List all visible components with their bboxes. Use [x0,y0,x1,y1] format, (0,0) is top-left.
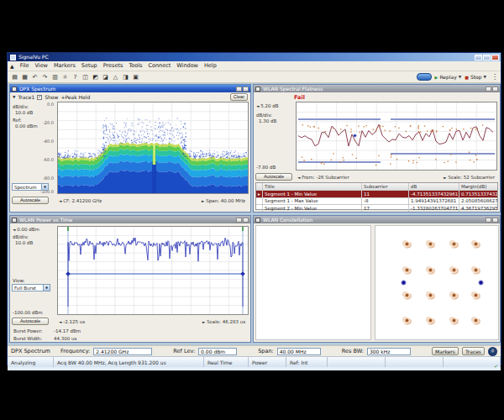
clear-button[interactable]: Clear [230,93,248,101]
constellation-symbol-point [451,318,457,323]
replay-button[interactable]: ▶ Replay ▼ [435,74,462,80]
menu-item-view[interactable]: View [35,63,48,69]
amplitude-icon[interactable]: △ [111,72,120,81]
window-titlebar[interactable]: SignalVu PC [8,53,501,61]
dpx-close-button[interactable] [243,87,249,92]
app-icon [10,55,16,60]
menu-item-connect[interactable]: Connect [148,63,171,69]
menu-item-presets[interactable]: Presets [103,63,123,69]
constellation-restore-button[interactable] [486,218,491,223]
dpx-autoscale-button[interactable]: Autoscale [12,197,49,204]
flatness-panel-title: WLAN Spectral Flatness [263,87,486,92]
trace-select[interactable]: Trace1 [18,94,34,100]
menu-item-file[interactable]: File [20,63,29,69]
pvt-restore-button[interactable] [236,218,242,223]
menu-item-setup[interactable]: Setup [81,63,97,69]
open-icon[interactable]: ▤ [10,72,19,81]
flatness-scale-readout[interactable]: ► Scale: 52 Subcarrier [444,175,495,180]
display-icon[interactable]: ▣ [131,72,140,81]
pvt-offset-value: -2.125 us [63,319,85,324]
save-icon[interactable]: ▦ [20,72,29,81]
stop-icon: ■ [465,75,469,80]
flatness-plot[interactable] [296,102,497,171]
span-field[interactable]: 40.00 MHz [277,348,321,355]
table-cell: -4.71351337432961 [409,191,459,197]
markers-button[interactable]: Markers [432,347,459,355]
res-bw-field[interactable]: 300 kHz [367,348,411,355]
acquire-icon[interactable]: ◩ [91,72,100,81]
pvt-close-button[interactable] [243,218,249,223]
settings-gear-icon[interactable]: ☼ [60,72,70,81]
replay-label: Replay [439,74,456,80]
flatness-col-header[interactable]: Margin(dB) [459,183,497,190]
flatness-col-header[interactable]: Subcarrier [362,183,409,190]
connection-toggle[interactable] [417,73,432,81]
dpx-panel-titlebar[interactable]: DPX Spectrum [10,85,250,92]
ref-lev-field[interactable]: 0.00 dBm [198,348,237,355]
flatness-col-header[interactable] [256,183,263,190]
window-resize-strip: ✓ [8,367,501,370]
table-row[interactable]: ▸Segment 1 - Min Value11-4.7135133743296… [256,190,497,197]
trace-select-arrow-icon[interactable]: ▼ [13,95,15,99]
stop-button[interactable]: ■ Stop ▼ [465,74,486,80]
help-icon[interactable]: ? [71,72,80,81]
toolbar: ▤▦↶↷▥☼?◫◩◪△◨▣ ▶ Replay ▼ ■ Stop ▼ ⋮ [8,71,501,83]
table-row[interactable]: Segment 1 - Max Value-81.949143913726812… [256,197,497,205]
app-menu-icon[interactable]: ▲ [10,64,14,69]
stop-label: Stop [470,74,482,80]
close-button[interactable] [491,55,499,60]
maximize-button[interactable] [483,55,491,60]
settings-gear-button[interactable]: ☼ [488,347,497,356]
frequency-field[interactable]: 2.41200 GHz [93,348,152,355]
table-cell: -19 [362,213,409,213]
peak-hold-select[interactable]: +Peak Hold [60,94,90,100]
constellation-symbol-point [428,267,433,273]
flatness-autoscale-button[interactable]: Autoscale [255,173,292,181]
flatness-panel-titlebar[interactable]: WLAN Spectral Flatness [254,85,500,92]
table-row[interactable]: Segment 2 - Max Value-191.50983550343439… [256,212,497,213]
print-icon[interactable]: ▥ [50,72,60,81]
constellation-close-button[interactable] [492,218,498,223]
analysis-icon[interactable]: ◪ [101,72,110,81]
res-bw-label: Res BW: [342,348,364,354]
trigger-icon[interactable]: ◫ [81,72,90,81]
toolbar-overflow-icon[interactable]: ⋮ [491,73,498,81]
flatness-restore-button[interactable] [486,87,491,92]
pvt-panel-titlebar[interactable]: WLAN Power vs Time [10,216,250,223]
flatness-close-button[interactable] [492,87,498,92]
pvt-autoscale-button[interactable]: Autoscale [12,318,49,325]
dpx-cf-readout[interactable]: ◄ CF: 2.41200 GHz [59,198,102,203]
dpx-span-readout[interactable]: ► Span: 40.00 MHz [202,198,245,203]
stop-dropdown-icon[interactable]: ▼ [484,75,486,79]
menu-item-tools[interactable]: Tools [129,63,142,69]
show-checkbox[interactable]: ✓ [37,95,42,100]
dpx-restore-button[interactable] [236,87,242,92]
flatness-col-header[interactable]: dB [409,183,459,190]
dpx-span-value: Span: 40.00 MHz [206,198,245,203]
table-row[interactable]: Segment 2 - Min Value17-1.33280263704771… [256,204,497,212]
flatness-from-readout[interactable]: ◄ From: -26 Subcarrier [297,175,349,180]
menu-item-markers[interactable]: Markers [54,63,76,69]
flatness-col-header[interactable]: Title [263,183,362,190]
pvt-plot[interactable] [57,226,249,315]
table-cell: -1.33280263704771 [409,205,459,212]
redo-icon[interactable]: ↷ [40,72,50,81]
constellation-plot[interactable] [375,225,499,340]
traces-button[interactable]: Traces [462,347,485,355]
audio-icon[interactable]: ◨ [121,72,130,81]
replay-dropdown-icon[interactable]: ▼ [459,75,461,79]
undo-icon[interactable]: ↶ [30,72,39,81]
minimize-button[interactable] [475,55,482,60]
display-mode-dropdown-icon[interactable]: ▼ [41,184,48,190]
menu-item-help[interactable]: Help [204,63,217,69]
constellation-panel-titlebar[interactable]: WLAN Constellation [254,216,500,223]
menu-item-window[interactable]: Window [176,63,198,69]
pvt-scale-readout[interactable]: ► Scale: 46.283 us [202,319,245,324]
display-mode-select[interactable]: Spectrum ▼ [12,183,49,191]
view-select[interactable]: Full Burst ▼ [12,284,50,291]
pvt-offset-readout[interactable]: ◄ -2.125 us [59,319,85,324]
view-select-dropdown-icon[interactable]: ▼ [43,285,50,291]
status-cell-empty [444,357,501,367]
table-cell: 1.50983550343439 [409,213,459,213]
dpx-plot[interactable] [57,102,249,194]
